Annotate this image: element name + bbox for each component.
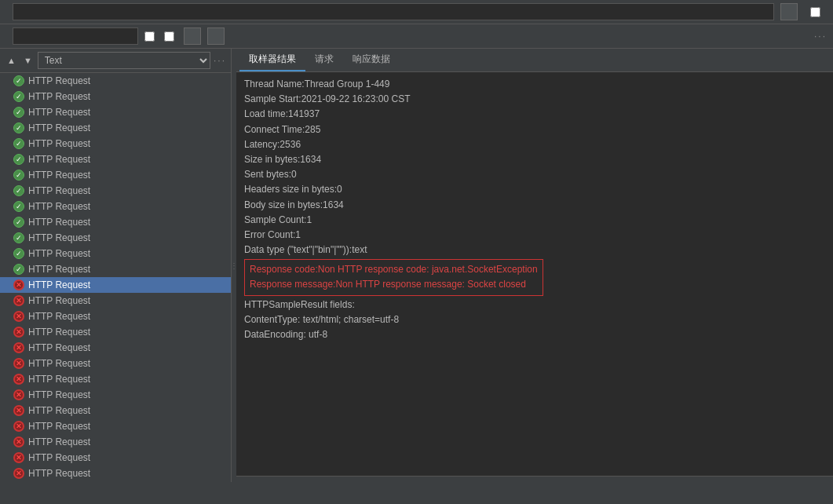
success-icon: ✓ <box>13 217 24 228</box>
error-icon: ✕ <box>13 468 24 479</box>
item-label: HTTP Request <box>28 264 90 275</box>
file-input[interactable] <box>13 3 774 20</box>
list-item[interactable]: ✓HTTP Request <box>0 104 231 120</box>
item-label: HTTP Request <box>28 170 90 181</box>
list-item[interactable]: ✓HTTP Request <box>0 230 231 246</box>
list-item[interactable]: ✕HTTP Request <box>0 340 231 356</box>
tab-请求[interactable]: 请求 <box>305 49 343 71</box>
list-item[interactable]: ✓HTTP Request <box>0 167 231 183</box>
main-content: ▲ ▼ Text ··· ✓HTTP Request✓HTTP Request✓… <box>0 49 833 482</box>
regex-checkbox-group <box>164 31 177 42</box>
list-item[interactable]: ✕HTTP Request <box>0 466 231 481</box>
success-icon: ✓ <box>13 264 24 275</box>
item-label: HTTP Request <box>28 217 90 228</box>
content-line: Connect Time:285 <box>244 122 825 137</box>
item-label: HTTP Request <box>28 232 90 243</box>
item-label: HTTP Request <box>28 389 90 400</box>
success-icon: ✓ <box>13 75 24 86</box>
item-label: HTTP Request <box>28 154 90 165</box>
item-label: HTTP Request <box>28 452 90 463</box>
list-item[interactable]: ✕HTTP Request <box>0 293 231 309</box>
right-panel: 取样器结果请求响应数据 Thread Name:Thread Group 1-4… <box>236 49 833 482</box>
error-icon: ✕ <box>13 421 24 432</box>
list-item[interactable]: ✓HTTP Request <box>0 261 231 277</box>
list-item[interactable]: ✓HTTP Request <box>0 246 231 261</box>
list-item[interactable]: ✕HTTP Request <box>0 324 231 340</box>
success-icon: ✓ <box>13 232 24 243</box>
error-icon: ✕ <box>13 295 24 306</box>
case-checkbox-group <box>144 31 158 42</box>
list-item[interactable]: ✕HTTP Request <box>0 356 231 371</box>
item-label: HTTP Request <box>28 122 90 133</box>
error-icon: ✕ <box>13 452 24 463</box>
tab-取样器结果[interactable]: 取样器结果 <box>239 49 305 71</box>
list-item[interactable]: ✕HTTP Request <box>0 450 231 466</box>
type-select[interactable]: Text <box>38 52 210 69</box>
list-item[interactable]: ✕HTTP Request <box>0 309 231 324</box>
success-icon: ✓ <box>13 170 24 181</box>
list-item[interactable]: ✓HTTP Request <box>0 89 231 104</box>
error-icon: ✕ <box>13 311 24 322</box>
regex-checkbox[interactable] <box>164 31 174 42</box>
success-icon: ✓ <box>13 201 24 212</box>
content-line: Body size in bytes:1634 <box>244 198 825 213</box>
item-label: HTTP Request <box>28 138 90 149</box>
success-icon: ✓ <box>13 91 24 102</box>
error-icon: ✕ <box>13 374 24 385</box>
list-item[interactable]: ✓HTTP Request <box>0 152 231 167</box>
content-line: Size in bytes:1634 <box>244 152 825 167</box>
list-item[interactable]: ✕HTTP Request <box>0 418 231 434</box>
horizontal-scrollbar[interactable] <box>236 476 833 482</box>
content-line: ContentType: text/html; charset=utf-8 <box>244 312 825 327</box>
success-icon: ✓ <box>13 154 24 165</box>
item-label: HTTP Request <box>28 405 90 416</box>
tabs-row: 取样器结果请求响应数据 <box>236 49 833 72</box>
item-label: HTTP Request <box>28 468 90 479</box>
down-button[interactable]: ▼ <box>21 55 35 66</box>
success-icon: ✓ <box>13 138 24 149</box>
reset-button[interactable] <box>207 27 225 45</box>
item-label: HTTP Request <box>28 374 90 385</box>
content-line: DataEncoding: utf-8 <box>244 327 825 342</box>
error-log-checkbox[interactable] <box>810 7 820 17</box>
left-panel-dots[interactable]: ··· <box>214 55 226 66</box>
item-label: HTTP Request <box>28 185 90 196</box>
list-item[interactable]: ✕HTTP R <box>0 481 231 482</box>
list-item[interactable]: ✕HTTP Request <box>0 371 231 387</box>
error-block: Response code:Non HTTP response code: ja… <box>244 259 543 295</box>
list-item[interactable]: ✓HTTP Request <box>0 214 231 230</box>
list-item[interactable]: ✓HTTP Request <box>0 120 231 136</box>
list-item[interactable]: ✓HTTP Request <box>0 136 231 152</box>
item-label: HTTP Request <box>28 295 90 306</box>
item-label: HTTP Request <box>28 107 90 118</box>
list-item[interactable]: ✕HTTP Request <box>0 403 231 418</box>
list-item[interactable]: ✓HTTP Request <box>0 73 231 89</box>
search-dots-menu[interactable]: ··· <box>814 31 827 42</box>
content-line: Load time:141937 <box>244 107 825 122</box>
item-label: HTTP Request <box>28 311 90 322</box>
error-icon: ✕ <box>13 436 24 447</box>
list-item[interactable]: ✕HTTP Request <box>0 434 231 450</box>
error-icon: ✕ <box>13 342 24 353</box>
item-label: HTTP Request <box>28 75 90 86</box>
item-label: HTTP Request <box>28 436 90 447</box>
content-line: Thread Name:Thread Group 1-449 <box>244 77 825 92</box>
up-button[interactable]: ▲ <box>5 55 18 66</box>
content-line: Headers size in bytes:0 <box>244 182 825 197</box>
list-item[interactable]: ✓HTTP Request <box>0 199 231 214</box>
item-label: HTTP Request <box>28 327 90 338</box>
error-icon: ✕ <box>13 389 24 400</box>
error-line: Response message:Non HTTP response messa… <box>250 277 538 292</box>
success-icon: ✓ <box>13 248 24 259</box>
success-icon: ✓ <box>13 107 24 118</box>
find-button[interactable] <box>184 27 201 45</box>
list-item[interactable]: ✓HTTP Request <box>0 183 231 199</box>
browse-button[interactable] <box>780 3 798 20</box>
tab-响应数据[interactable]: 响应数据 <box>343 49 400 71</box>
left-panel: ▲ ▼ Text ··· ✓HTTP Request✓HTTP Request✓… <box>0 49 232 482</box>
search-input[interactable] <box>13 27 138 45</box>
list-item[interactable]: ✕HTTP Request <box>0 277 231 293</box>
list-item[interactable]: ✕HTTP Request <box>0 387 231 403</box>
success-icon: ✓ <box>13 122 24 133</box>
case-checkbox[interactable] <box>144 31 155 42</box>
